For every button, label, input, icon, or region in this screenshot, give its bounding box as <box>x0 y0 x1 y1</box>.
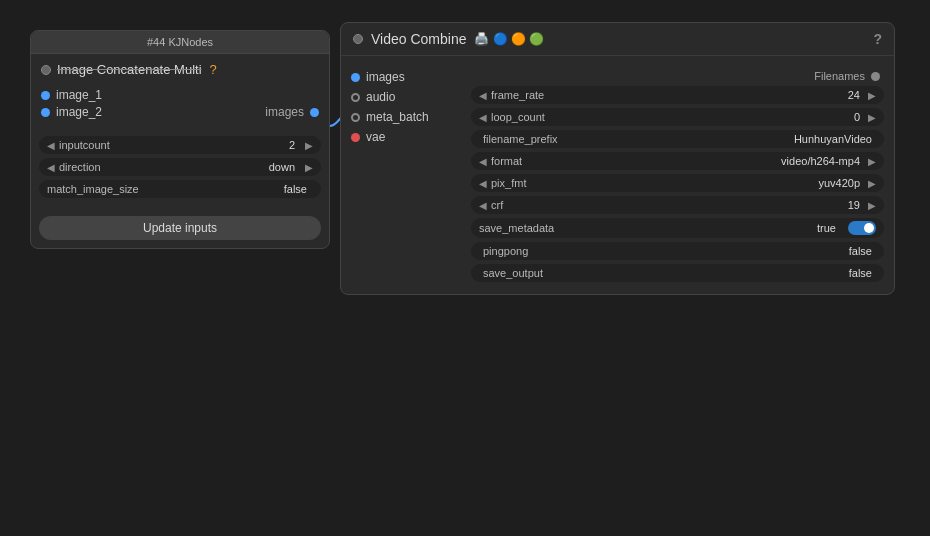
direction-control: ◀ direction down ▶ <box>39 158 321 176</box>
pix-fmt-arrow-right[interactable]: ▶ <box>868 178 876 189</box>
image1-port-dot[interactable] <box>41 91 50 100</box>
right-node-body: images audio meta_batch vae <box>341 56 894 294</box>
workspace: #44 KJNodes Image Concatenate Multi ? im… <box>0 0 930 536</box>
pix-fmt-param: ◀ pix_fmt yuv420p ▶ <box>471 174 884 192</box>
right-node-icons: 🖨️ 🔵 🟠 🟢 <box>474 32 544 46</box>
save-output-value: false <box>849 267 872 279</box>
pingpong-value: false <box>849 245 872 257</box>
frame-rate-label: frame_rate <box>491 89 840 101</box>
direction-arrow-left[interactable]: ◀ <box>47 162 55 173</box>
filenames-output-dot[interactable] <box>871 72 880 81</box>
save-output-param: save_output false <box>471 264 884 282</box>
loop-count-arrow-right[interactable]: ▶ <box>868 112 876 123</box>
frame-rate-arrow-right[interactable]: ▶ <box>868 90 876 101</box>
crf-label: crf <box>491 199 840 211</box>
images-output-label: images <box>265 105 304 119</box>
match-image-size-control: match_image_size false <box>39 180 321 198</box>
inputcount-arrow-left[interactable]: ◀ <box>47 140 55 151</box>
format-value: video/h264-mp4 <box>781 155 860 167</box>
save-metadata-toggle[interactable] <box>848 221 876 235</box>
left-node-title-row: Image Concatenate Multi ? <box>31 54 329 81</box>
filename-prefix-value: HunhuyanVideo <box>794 133 872 145</box>
direction-value: down <box>269 161 295 173</box>
pix-fmt-arrow-left[interactable]: ◀ <box>479 178 487 189</box>
audio-input-port: audio <box>351 90 461 104</box>
images-input-label: images <box>366 70 405 84</box>
image1-port-label: image_1 <box>56 88 102 102</box>
crf-param: ◀ crf 19 ▶ <box>471 196 884 214</box>
left-node-status-dot <box>41 65 51 75</box>
port-row-image2: image_2 images <box>41 105 319 119</box>
left-node: #44 KJNodes Image Concatenate Multi ? im… <box>30 30 330 249</box>
right-node-title: Video Combine <box>371 31 466 47</box>
vae-input-dot[interactable] <box>351 133 360 142</box>
match-image-size-label: match_image_size <box>47 183 274 195</box>
loop-count-param: ◀ loop_count 0 ▶ <box>471 108 884 126</box>
match-image-size-value: false <box>284 183 307 195</box>
filename-prefix-label: filename_prefix <box>483 133 794 145</box>
save-metadata-value: true <box>817 222 836 234</box>
inputcount-control: ◀ inputcount 2 ▶ <box>39 136 321 154</box>
right-node-help-icon[interactable]: ? <box>873 31 882 47</box>
filenames-output-row: Filenames <box>471 70 884 82</box>
inputcount-label: inputcount <box>59 139 279 151</box>
direction-arrow-right[interactable]: ▶ <box>305 162 313 173</box>
save-output-label: save_output <box>483 267 849 279</box>
inputcount-value: 2 <box>289 139 295 151</box>
right-node: Video Combine 🖨️ 🔵 🟠 🟢 ? images audio me… <box>340 22 895 295</box>
left-node-controls: ◀ inputcount 2 ▶ ◀ direction down ▶ matc… <box>31 128 329 210</box>
left-node-title: Image Concatenate Multi <box>57 62 202 77</box>
loop-count-arrow-left[interactable]: ◀ <box>479 112 487 123</box>
loop-count-value: 0 <box>854 111 860 123</box>
pix-fmt-label: pix_fmt <box>491 177 810 189</box>
images-input-port: images <box>351 70 461 84</box>
left-node-header: #44 KJNodes <box>31 31 329 54</box>
frame-rate-arrow-left[interactable]: ◀ <box>479 90 487 101</box>
pix-fmt-value: yuv420p <box>818 177 860 189</box>
images-input-dot[interactable] <box>351 73 360 82</box>
inputcount-arrow-right[interactable]: ▶ <box>305 140 313 151</box>
left-node-header-text: #44 KJNodes <box>147 36 213 48</box>
format-label: format <box>491 155 773 167</box>
pingpong-label: pingpong <box>483 245 849 257</box>
update-inputs-button[interactable]: Update inputs <box>39 216 321 240</box>
meta-batch-input-label: meta_batch <box>366 110 429 124</box>
right-node-header: Video Combine 🖨️ 🔵 🟠 🟢 ? <box>341 23 894 56</box>
meta-batch-input-port: meta_batch <box>351 110 461 124</box>
crf-arrow-right[interactable]: ▶ <box>868 200 876 211</box>
pingpong-param: pingpong false <box>471 242 884 260</box>
direction-label: direction <box>59 161 259 173</box>
frame-rate-param: ◀ frame_rate 24 ▶ <box>471 86 884 104</box>
images-output-dot[interactable] <box>310 108 319 117</box>
left-node-ports: image_1 image_2 images <box>31 81 329 128</box>
format-arrow-right[interactable]: ▶ <box>868 156 876 167</box>
right-node-params: Filenames ◀ frame_rate 24 ▶ ◀ loop_count… <box>471 64 894 286</box>
loop-count-label: loop_count <box>491 111 846 123</box>
crf-arrow-left[interactable]: ◀ <box>479 200 487 211</box>
image2-port-label: image_2 <box>56 105 102 119</box>
image2-port-dot[interactable] <box>41 108 50 117</box>
audio-input-label: audio <box>366 90 395 104</box>
left-node-help-icon[interactable]: ? <box>210 62 217 77</box>
frame-rate-value: 24 <box>848 89 860 101</box>
format-param: ◀ format video/h264-mp4 ▶ <box>471 152 884 170</box>
filename-prefix-param: filename_prefix HunhuyanVideo <box>471 130 884 148</box>
filenames-output-label: Filenames <box>814 70 865 82</box>
port-row-image1: image_1 <box>41 88 319 102</box>
vae-input-port: vae <box>351 130 461 144</box>
crf-value: 19 <box>848 199 860 211</box>
save-metadata-param: save_metadata true <box>471 218 884 238</box>
right-node-status-dot <box>353 34 363 44</box>
save-metadata-label: save_metadata <box>479 222 809 234</box>
meta-batch-input-dot[interactable] <box>351 113 360 122</box>
right-node-input-ports: images audio meta_batch vae <box>341 64 471 286</box>
format-arrow-left[interactable]: ◀ <box>479 156 487 167</box>
audio-input-dot[interactable] <box>351 93 360 102</box>
vae-input-label: vae <box>366 130 385 144</box>
